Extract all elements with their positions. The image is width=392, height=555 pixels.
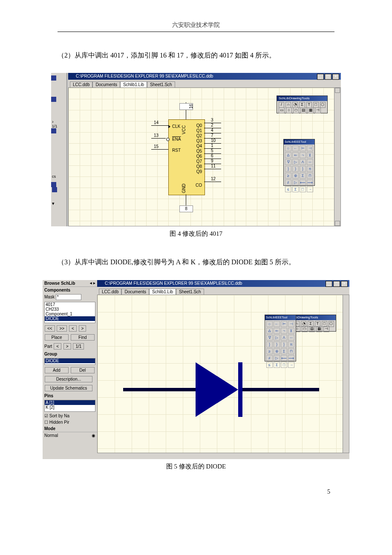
- ieee-icon[interactable]: ): [274, 341, 280, 347]
- ieee-icon[interactable]: ▷: [292, 159, 299, 165]
- pin-tool-icon[interactable]: ⊣: [315, 107, 321, 113]
- sort-checkbox[interactable]: ☑: [44, 413, 48, 418]
- schematic-canvas[interactable]: 16 VCC GND CLK ENA RST Q0 Q1 Q2 Q3 Q4 Q5…: [68, 87, 341, 226]
- tab-documents[interactable]: Documents: [92, 81, 120, 87]
- square-tool-icon[interactable]: □: [313, 102, 319, 108]
- description-button[interactable]: Description...: [45, 376, 92, 382]
- text-tool-icon[interactable]: T: [306, 102, 312, 108]
- close-icon[interactable]: ×: [341, 281, 348, 287]
- pin-list[interactable]: A [1] K [2]: [44, 400, 95, 412]
- ieee-icon[interactable]: ⊢: [300, 145, 306, 151]
- ieee-icon[interactable]: ⊓: [288, 348, 294, 354]
- tab-sheet1[interactable]: Sheet1.Sch: [176, 289, 204, 295]
- ieee-icon[interactable]: →: [288, 362, 294, 368]
- ieee-icon[interactable]: ≥: [285, 173, 291, 179]
- ieee-icon[interactable]: ¬: [281, 328, 287, 334]
- pie-tool-icon[interactable]: ◔: [292, 102, 298, 108]
- component-list[interactable]: 4017 CH233 Component_1 DIODE: [44, 302, 95, 323]
- update-schematics-button[interactable]: Update Schematics: [45, 385, 92, 391]
- list-item-selected[interactable]: DIODE: [45, 316, 95, 321]
- tab-lcc[interactable]: LCC.ddb: [99, 289, 121, 295]
- hex-tool-icon[interactable]: ⬡: [320, 102, 326, 108]
- ieee-icon[interactable]: ⊻: [288, 328, 294, 334]
- ieee-icon[interactable]: ≠: [285, 179, 291, 185]
- minimize-icon[interactable]: _: [317, 74, 324, 80]
- ieee-icon[interactable]: ⇐: [274, 328, 280, 334]
- maximize-icon[interactable]: □: [325, 74, 331, 80]
- chip-4017[interactable]: VCC GND CLK ENA RST Q0 Q1 Q2 Q3 Q4 Q5 Q6…: [168, 119, 205, 195]
- ieee-icon[interactable]: ¬: [300, 152, 306, 158]
- window-titlebar[interactable]: C:\PROGRAM FILES\DESIGN EXPLORER 99 SE\E…: [97, 280, 349, 287]
- ieee-icon[interactable]: ▷: [292, 179, 299, 185]
- minimize-icon[interactable]: _: [326, 281, 332, 287]
- ieee-icon[interactable]: ⟵: [300, 179, 306, 185]
- mode-radio[interactable]: ◉: [92, 433, 95, 438]
- ieee-icon[interactable]: π: [307, 166, 313, 172]
- ieee-icon[interactable]: ⟶: [307, 179, 313, 185]
- ieee-icon[interactable]: ≥: [266, 348, 273, 354]
- part-next-button[interactable]: >: [63, 343, 71, 350]
- ieee-icon[interactable]: ⟵: [281, 355, 287, 361]
- ieee-icon[interactable]: ↔: [288, 335, 294, 341]
- ieee-icon[interactable]: ⊢: [281, 321, 287, 327]
- ieee-icon[interactable]: Δ: [285, 152, 291, 158]
- image-tool-icon[interactable]: ▤: [309, 326, 315, 332]
- ellipse-tool-icon[interactable]: ⬭: [293, 107, 299, 113]
- ieee-icon[interactable]: ▷: [274, 355, 280, 361]
- ieee-icon[interactable]: ⇐: [292, 152, 299, 158]
- ieee-icon[interactable]: π: [288, 341, 294, 347]
- ellipse-tool-icon[interactable]: ⬭: [302, 326, 308, 332]
- tab-lcc[interactable]: LCC.ddb: [70, 81, 92, 87]
- ieee-icon[interactable]: ∇: [266, 335, 273, 341]
- part-prev-button[interactable]: <: [54, 343, 61, 350]
- ieee-icon[interactable]: ↔: [307, 159, 313, 165]
- list-item[interactable]: CH233: [45, 307, 95, 312]
- ieee-icon[interactable]: ←: [292, 145, 299, 151]
- grid-tool-icon[interactable]: ▦: [316, 326, 322, 332]
- ieee-icon[interactable]: Λ: [281, 335, 287, 341]
- vertical-scrollbar[interactable]: [334, 88, 340, 226]
- ieee-icon[interactable]: ⊣: [288, 321, 294, 327]
- rect-tool-icon[interactable]: ▭: [279, 107, 285, 113]
- last-button[interactable]: >>: [57, 325, 67, 332]
- grid-tool-icon[interactable]: ▦: [308, 107, 314, 113]
- mask-input[interactable]: *: [56, 294, 81, 300]
- ieee-icon[interactable]: Σ: [300, 173, 306, 179]
- horizontal-scrollbar[interactable]: [97, 453, 349, 459]
- ieee-icon[interactable]: ○: [266, 321, 273, 327]
- tab-sheet1[interactable]: Sheet1.Sch: [147, 81, 175, 87]
- circle-tool-icon[interactable]: ○: [286, 107, 292, 113]
- list-item[interactable]: 4017: [45, 302, 95, 307]
- ieee-icon[interactable]: →: [307, 186, 313, 192]
- ieee-icon[interactable]: Λ: [300, 159, 306, 165]
- line-tool-icon[interactable]: /: [279, 102, 284, 108]
- prev-button[interactable]: <: [69, 325, 77, 332]
- ieee-icon[interactable]: ): [292, 166, 299, 172]
- drawing-tools-palette[interactable]: SchLibDrawingTools / ∩ ◔ Σ T □ ⬡ ▭ ○ ⬭ ▤…: [277, 95, 328, 113]
- maximize-icon[interactable]: □: [333, 281, 340, 287]
- ieee-icon[interactable]: ○: [285, 145, 291, 151]
- tab-schlib[interactable]: Schlib1.Lib: [149, 289, 176, 295]
- ieee-icon[interactable]: Σ: [274, 362, 280, 368]
- list-item[interactable]: Component_1: [45, 312, 95, 316]
- ieee-icon[interactable]: }: [285, 166, 291, 172]
- ieee-icon[interactable]: Σ: [281, 348, 287, 354]
- ieee-tools-palette[interactable]: SchLibIEEETool ○←⊢⊣ Δ⇐¬⊻ ∇▷Λ↔ })}π ≥⊕Σ⊓ …: [283, 139, 315, 186]
- ieee-icon[interactable]: ⊣: [307, 145, 313, 151]
- arc-tool-icon[interactable]: ∩: [285, 102, 291, 108]
- group-list[interactable]: DIODE: [44, 358, 95, 365]
- tab-documents[interactable]: Documents: [121, 289, 149, 295]
- ieee-icon[interactable]: ≠: [266, 355, 273, 361]
- schematic-canvas[interactable]: SchLibDrawingTools / ∩ ◔ Σ T □ ⬡ ▭ ○ ⬭: [97, 295, 349, 453]
- ieee-icon[interactable]: ⊻: [307, 152, 313, 158]
- hidden-checkbox[interactable]: ☐: [44, 420, 48, 425]
- ieee-icon[interactable]: Σ: [292, 186, 299, 192]
- vertical-scrollbar[interactable]: [343, 295, 349, 453]
- ieee-icon[interactable]: □: [281, 362, 287, 368]
- ieee-icon[interactable]: ⊕: [274, 348, 280, 354]
- place-button[interactable]: Place: [45, 334, 69, 341]
- ieee-icon[interactable]: ∇: [285, 159, 291, 165]
- ieee-icon[interactable]: ⊕: [292, 173, 299, 179]
- tab-schlib[interactable]: Schlib1.Lib: [120, 81, 147, 87]
- pin-tool-icon[interactable]: ⊣: [323, 326, 329, 332]
